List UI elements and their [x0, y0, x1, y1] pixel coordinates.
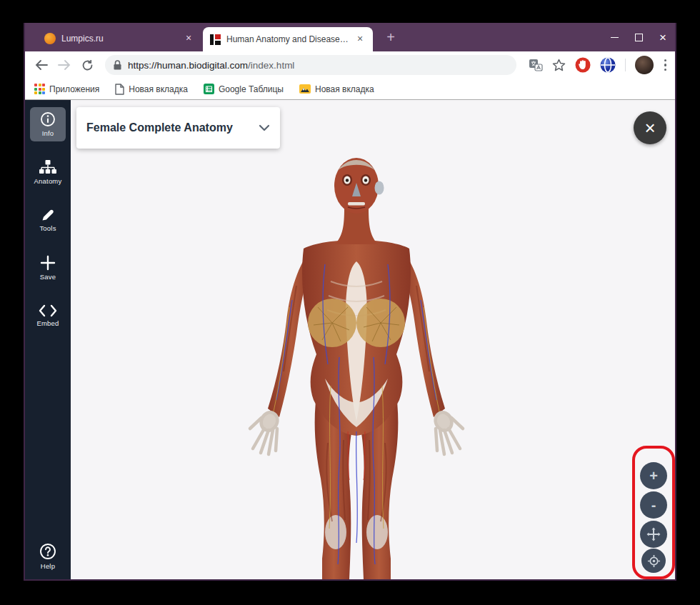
toolbar-divider	[625, 59, 626, 71]
back-button[interactable]	[32, 56, 51, 74]
plus-icon	[40, 255, 56, 271]
globe-extension-icon[interactable]	[600, 57, 616, 73]
sidebar-item-tools[interactable]: Tools	[30, 203, 66, 237]
lock-icon	[114, 60, 121, 70]
new-tab-button[interactable]: +	[382, 29, 399, 46]
bookmark-star-icon[interactable]	[552, 59, 566, 71]
adblock-extension-icon[interactable]	[575, 57, 591, 73]
tab-title: Human Anatomy and Disease in	[226, 34, 349, 44]
bookmarks-bar: Приложения Новая вкладка Google Таблицы …	[25, 79, 675, 100]
tab-close-icon[interactable]: ×	[183, 33, 194, 44]
anatomy-viewer-canvas[interactable]: Female Complete Anatomy × + -	[71, 100, 675, 579]
lumpics-favicon	[44, 33, 56, 44]
bookmark-new-tab-2[interactable]: Новая вкладка	[299, 84, 374, 94]
chevron-down-icon	[259, 124, 270, 131]
app-sidebar: Info Anatomy Tools Save Embed Help	[25, 100, 71, 579]
sidebar-item-anatomy[interactable]: Anatomy	[30, 155, 66, 189]
toolbar-actions	[529, 56, 669, 74]
sidebar-item-info[interactable]: Info	[30, 107, 66, 141]
code-icon	[39, 304, 57, 317]
page-icon	[115, 84, 124, 95]
browser-toolbar: https://human.biodigital.com/index.html	[25, 51, 675, 79]
bookmark-label: Новая вкладка	[129, 84, 188, 94]
sidebar-item-help[interactable]: Help	[30, 539, 66, 574]
url-text: https://human.biodigital.com/index.html	[128, 60, 294, 71]
sidebar-item-save[interactable]: Save	[30, 251, 66, 285]
bookmark-label: Google Таблицы	[219, 84, 284, 94]
tab-lumpics[interactable]: Lumpics.ru ×	[39, 29, 200, 49]
bookmark-new-tab-1[interactable]: Новая вкладка	[115, 84, 188, 95]
sidebar-item-embed[interactable]: Embed	[30, 299, 66, 333]
pan-button[interactable]	[640, 521, 667, 548]
browser-window: Lumpics.ru × Human Anatomy and Disease i…	[24, 23, 676, 581]
tab-biodigital[interactable]: Human Anatomy and Disease in ×	[203, 27, 373, 51]
sidebar-item-label: Save	[40, 273, 56, 281]
pan-arrows-icon	[646, 527, 661, 541]
pencil-icon	[41, 208, 55, 222]
sheets-icon	[204, 84, 214, 94]
sidebar-item-label: Tools	[39, 224, 56, 232]
sidebar-item-label: Embed	[36, 319, 59, 327]
reload-button[interactable]	[78, 56, 96, 74]
sitemap-icon	[39, 160, 56, 175]
tab-title: Lumpics.ru	[61, 34, 177, 44]
sidebar-item-label: Anatomy	[34, 177, 62, 185]
image-icon	[299, 84, 311, 94]
minimize-button[interactable]	[602, 23, 626, 51]
sidebar-item-label: Help	[41, 562, 55, 570]
crosshair-icon	[647, 554, 661, 568]
bookmark-label: Приложения	[49, 84, 99, 94]
question-icon	[39, 543, 56, 560]
maximize-button[interactable]	[626, 23, 651, 51]
apps-grid-icon	[34, 84, 45, 94]
profile-avatar[interactable]	[635, 56, 654, 74]
info-icon	[40, 111, 56, 127]
window-controls: ×	[602, 23, 675, 51]
center-view-button[interactable]	[641, 549, 666, 573]
address-bar[interactable]: https://human.biodigital.com/index.html	[105, 55, 516, 75]
translate-icon[interactable]	[529, 59, 543, 71]
bookmark-apps[interactable]: Приложения	[34, 84, 99, 94]
page-content: Info Anatomy Tools Save Embed Help	[25, 100, 675, 579]
model-selector-label: Female Complete Anatomy	[86, 121, 259, 135]
window-close-button[interactable]: ×	[651, 23, 675, 51]
zoom-in-button[interactable]: +	[640, 462, 667, 489]
model-selector-dropdown[interactable]: Female Complete Anatomy	[76, 107, 280, 149]
viewer-close-button[interactable]: ×	[634, 111, 666, 144]
biodigital-favicon	[210, 34, 221, 45]
zoom-out-button[interactable]: -	[640, 491, 667, 519]
forward-button[interactable]	[55, 56, 74, 74]
female-anatomy-3d-model[interactable]	[178, 143, 535, 579]
tab-close-icon[interactable]: ×	[354, 34, 366, 45]
sidebar-item-label: Info	[42, 129, 54, 137]
bookmark-google-sheets[interactable]: Google Таблицы	[204, 84, 284, 94]
tab-strip: Lumpics.ru × Human Anatomy and Disease i…	[25, 23, 675, 51]
bookmark-label: Новая вкладка	[315, 84, 374, 94]
chrome-menu-icon[interactable]	[663, 58, 669, 73]
